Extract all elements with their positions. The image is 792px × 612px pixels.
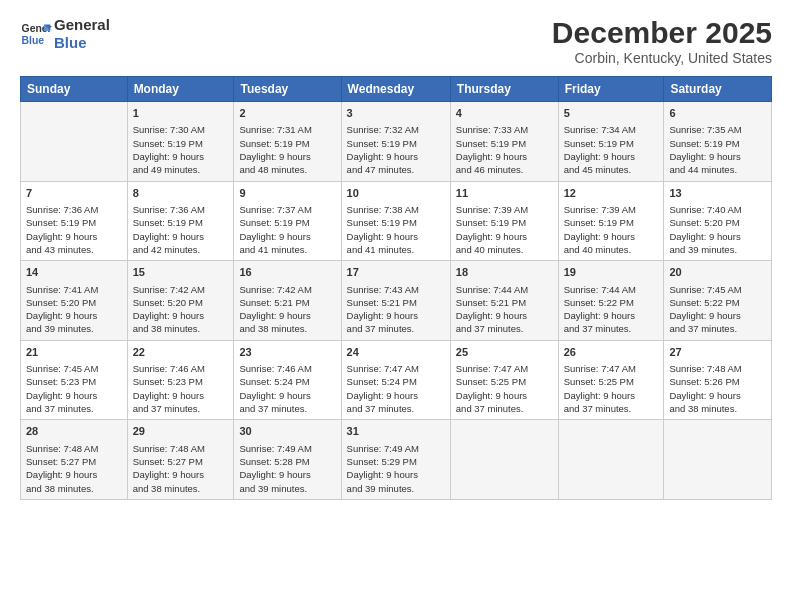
cell-text: Sunset: 5:19 PM — [669, 137, 766, 150]
cell-text: Sunset: 5:19 PM — [347, 137, 445, 150]
calendar-cell: 4Sunrise: 7:33 AMSunset: 5:19 PMDaylight… — [450, 102, 558, 182]
cell-text: and 46 minutes. — [456, 163, 553, 176]
cell-text: Daylight: 9 hours — [347, 150, 445, 163]
cell-text: and 38 minutes. — [669, 402, 766, 415]
calendar-cell — [21, 102, 128, 182]
cell-text: Sunset: 5:19 PM — [564, 216, 659, 229]
day-number: 9 — [239, 186, 335, 201]
cell-text: Sunrise: 7:49 AM — [347, 442, 445, 455]
cell-text: Sunset: 5:27 PM — [26, 455, 122, 468]
cell-text: Sunrise: 7:45 AM — [669, 283, 766, 296]
day-number: 30 — [239, 424, 335, 439]
calendar-cell: 25Sunrise: 7:47 AMSunset: 5:25 PMDayligh… — [450, 340, 558, 420]
cell-text: Sunset: 5:23 PM — [26, 375, 122, 388]
day-number: 13 — [669, 186, 766, 201]
cell-text: Sunset: 5:25 PM — [456, 375, 553, 388]
cell-text: Daylight: 9 hours — [669, 230, 766, 243]
cell-text: Sunrise: 7:46 AM — [239, 362, 335, 375]
calendar-cell — [558, 420, 664, 500]
cell-text: Sunset: 5:19 PM — [239, 137, 335, 150]
day-number: 17 — [347, 265, 445, 280]
day-number: 19 — [564, 265, 659, 280]
calendar-cell — [450, 420, 558, 500]
calendar-table: Sunday Monday Tuesday Wednesday Thursday… — [20, 76, 772, 500]
cell-text: Sunset: 5:22 PM — [564, 296, 659, 309]
calendar-cell: 1Sunrise: 7:30 AMSunset: 5:19 PMDaylight… — [127, 102, 234, 182]
day-number: 11 — [456, 186, 553, 201]
cell-text: and 37 minutes. — [456, 402, 553, 415]
cell-text: Sunrise: 7:37 AM — [239, 203, 335, 216]
cell-text: and 48 minutes. — [239, 163, 335, 176]
cell-text: Sunrise: 7:36 AM — [26, 203, 122, 216]
cell-text: Daylight: 9 hours — [456, 150, 553, 163]
cell-text: Sunrise: 7:48 AM — [669, 362, 766, 375]
calendar-cell: 7Sunrise: 7:36 AMSunset: 5:19 PMDaylight… — [21, 181, 128, 261]
cell-text: Daylight: 9 hours — [456, 309, 553, 322]
calendar-cell: 21Sunrise: 7:45 AMSunset: 5:23 PMDayligh… — [21, 340, 128, 420]
cell-text: Sunrise: 7:41 AM — [26, 283, 122, 296]
calendar-cell: 24Sunrise: 7:47 AMSunset: 5:24 PMDayligh… — [341, 340, 450, 420]
cell-text: Sunrise: 7:49 AM — [239, 442, 335, 455]
day-number: 6 — [669, 106, 766, 121]
cell-text: Daylight: 9 hours — [669, 309, 766, 322]
cell-text: Sunrise: 7:47 AM — [347, 362, 445, 375]
col-tuesday: Tuesday — [234, 77, 341, 102]
calendar-cell: 23Sunrise: 7:46 AMSunset: 5:24 PMDayligh… — [234, 340, 341, 420]
day-number: 18 — [456, 265, 553, 280]
calendar-cell: 5Sunrise: 7:34 AMSunset: 5:19 PMDaylight… — [558, 102, 664, 182]
day-number: 22 — [133, 345, 229, 360]
cell-text: Daylight: 9 hours — [564, 389, 659, 402]
cell-text: Daylight: 9 hours — [347, 468, 445, 481]
calendar-cell: 3Sunrise: 7:32 AMSunset: 5:19 PMDaylight… — [341, 102, 450, 182]
cell-text: Sunrise: 7:42 AM — [239, 283, 335, 296]
cell-text: and 38 minutes. — [133, 322, 229, 335]
cell-text: Daylight: 9 hours — [26, 309, 122, 322]
day-number: 16 — [239, 265, 335, 280]
calendar-week-row: 7Sunrise: 7:36 AMSunset: 5:19 PMDaylight… — [21, 181, 772, 261]
day-number: 23 — [239, 345, 335, 360]
calendar-week-row: 1Sunrise: 7:30 AMSunset: 5:19 PMDaylight… — [21, 102, 772, 182]
cell-text: Sunset: 5:21 PM — [347, 296, 445, 309]
calendar-cell: 2Sunrise: 7:31 AMSunset: 5:19 PMDaylight… — [234, 102, 341, 182]
cell-text: and 37 minutes. — [456, 322, 553, 335]
cell-text: Daylight: 9 hours — [239, 309, 335, 322]
col-wednesday: Wednesday — [341, 77, 450, 102]
cell-text: Daylight: 9 hours — [26, 468, 122, 481]
cell-text: Sunset: 5:25 PM — [564, 375, 659, 388]
cell-text: Daylight: 9 hours — [456, 389, 553, 402]
cell-text: Sunset: 5:28 PM — [239, 455, 335, 468]
cell-text: Sunset: 5:19 PM — [239, 216, 335, 229]
cell-text: Sunrise: 7:34 AM — [564, 123, 659, 136]
calendar-cell: 15Sunrise: 7:42 AMSunset: 5:20 PMDayligh… — [127, 261, 234, 341]
cell-text: Sunrise: 7:33 AM — [456, 123, 553, 136]
cell-text: Daylight: 9 hours — [347, 309, 445, 322]
cell-text: Sunrise: 7:32 AM — [347, 123, 445, 136]
calendar-cell: 10Sunrise: 7:38 AMSunset: 5:19 PMDayligh… — [341, 181, 450, 261]
calendar-cell: 28Sunrise: 7:48 AMSunset: 5:27 PMDayligh… — [21, 420, 128, 500]
cell-text: and 37 minutes. — [347, 322, 445, 335]
calendar-cell: 31Sunrise: 7:49 AMSunset: 5:29 PMDayligh… — [341, 420, 450, 500]
cell-text: Sunset: 5:20 PM — [133, 296, 229, 309]
location: Corbin, Kentucky, United States — [552, 50, 772, 66]
cell-text: Sunrise: 7:36 AM — [133, 203, 229, 216]
day-number: 8 — [133, 186, 229, 201]
cell-text: Daylight: 9 hours — [26, 389, 122, 402]
header: General Blue General Blue December 2025 … — [20, 16, 772, 66]
calendar-cell — [664, 420, 772, 500]
cell-text: Sunset: 5:24 PM — [239, 375, 335, 388]
cell-text: and 43 minutes. — [26, 243, 122, 256]
cell-text: Sunset: 5:19 PM — [564, 137, 659, 150]
cell-text: Sunrise: 7:38 AM — [347, 203, 445, 216]
calendar-cell: 6Sunrise: 7:35 AMSunset: 5:19 PMDaylight… — [664, 102, 772, 182]
cell-text: Sunrise: 7:47 AM — [564, 362, 659, 375]
cell-text: and 40 minutes. — [564, 243, 659, 256]
day-number: 3 — [347, 106, 445, 121]
cell-text: Sunset: 5:19 PM — [26, 216, 122, 229]
cell-text: and 37 minutes. — [239, 402, 335, 415]
cell-text: and 39 minutes. — [669, 243, 766, 256]
cell-text: Daylight: 9 hours — [564, 309, 659, 322]
cell-text: Sunrise: 7:46 AM — [133, 362, 229, 375]
day-number: 2 — [239, 106, 335, 121]
cell-text: Daylight: 9 hours — [239, 150, 335, 163]
logo-general: General — [54, 16, 110, 34]
